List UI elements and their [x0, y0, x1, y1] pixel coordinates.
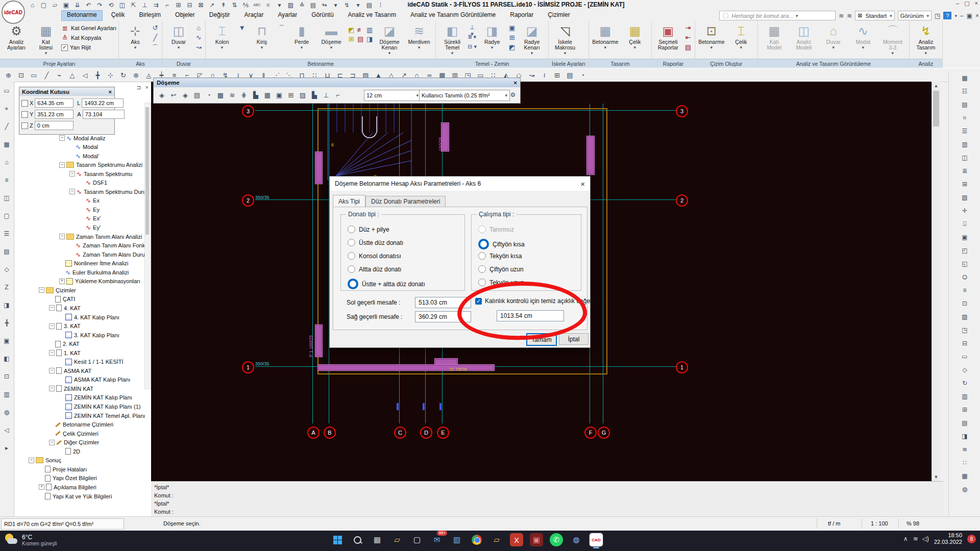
tree-expander[interactable]: + [59, 279, 65, 284]
radio-d-z-pilye[interactable]: Düz + pilye [348, 226, 389, 233]
toolbar-icon[interactable]: ▤ [192, 90, 202, 100]
tree-item[interactable]: −Diğer Çizimler [49, 438, 99, 447]
menu-tab-raporlar[interactable]: Raporlar [504, 10, 539, 21]
toolbar-icon[interactable]: ◍ [1, 407, 12, 417]
toolbar-icon[interactable]: ≙ [297, 1, 307, 9]
toolbar-icon[interactable]: ⊠ [196, 1, 206, 9]
toolbar-icon[interactable]: ⇉ [151, 1, 161, 9]
doc-close-button[interactable]: × [975, 12, 979, 19]
axis-bubble-A[interactable]: A [307, 427, 320, 439]
toolbar-icon[interactable]: ↝ [526, 70, 537, 80]
axis-bubble-2[interactable]: 2 [242, 194, 254, 207]
small-tool-icon[interactable]: ▼ [237, 24, 247, 32]
toolbar-icon[interactable]: ▾ [275, 1, 284, 9]
small-tool-icon[interactable]: ▤ [356, 35, 365, 44]
weather-widget[interactable]: 6°C Kısmen güneşli [4, 533, 57, 547]
toolbar-icon[interactable]: ◔ [577, 70, 588, 80]
coord-checkbox-x[interactable] [21, 100, 28, 107]
style-combo[interactable]: ⊠ Standart ▾ [855, 11, 894, 20]
toolbar-icon[interactable]: ▥ [959, 391, 970, 402]
tree-item[interactable]: Proje Hataları [39, 465, 87, 473]
checkbox-icon[interactable]: ✓ [61, 44, 68, 51]
toolbar-icon[interactable]: ⊕ [131, 70, 141, 80]
dialog-tab-d-z-donat-parametreleri[interactable]: Düz Donatı Parametreleri [365, 196, 446, 208]
tree-item[interactable]: ZEMİN KAT Kalıp Planı [59, 393, 132, 402]
taskbar-icon-folder[interactable]: ▱ [490, 533, 503, 546]
tree-item[interactable]: Nonlineer İtme Analizi [59, 259, 128, 268]
notification-badge[interactable]: 8 [967, 535, 976, 543]
toolbar-icon[interactable]: ≋ [959, 444, 970, 455]
small-tool-icon[interactable]: ◨ [365, 35, 374, 44]
toolbar-icon[interactable]: ⌗ [959, 113, 970, 123]
toolbar-icon[interactable]: ▦ [959, 471, 970, 481]
menu-tab-ara-lar[interactable]: Araçlar [238, 10, 269, 21]
toolbar-icon[interactable]: ⌂ [28, 1, 37, 9]
toolbar-icon[interactable]: ▦ [959, 73, 970, 83]
toolbar-icon[interactable]: ↬ [320, 1, 329, 9]
small-tool-icon[interactable]: ╱ [151, 34, 160, 42]
tree-expander[interactable]: − [49, 323, 55, 329]
menu-tab--elik[interactable]: Çelik [106, 10, 131, 21]
menu-tab-ayarlar[interactable]: Ayarlar [272, 10, 303, 21]
ribbon-button-aks[interactable]: ⊹Aks▾ [121, 22, 150, 51]
tree-item[interactable]: −Çizimler [39, 286, 76, 294]
ribbon-button-d-eme[interactable]: ▬Döşeme▾ [317, 22, 346, 51]
toolbar-icon[interactable]: ≡ [1, 174, 12, 185]
toolbar-icon[interactable]: ◇ [1, 264, 12, 274]
toolbar-icon[interactable]: ◍ [959, 484, 970, 494]
ribbon-small-item[interactable]: ≣Kat Genel Ayarları [61, 24, 116, 32]
taskbar-icon-app-blue[interactable]: ▥ [450, 533, 463, 546]
toolbar-icon[interactable]: ▩ [215, 90, 226, 100]
toolbar-icon[interactable]: ◨ [1, 299, 12, 310]
taskbar-clock[interactable]: 18:50 22.03.2022 [934, 532, 962, 545]
tree-item[interactable]: ∿Ey [80, 205, 100, 214]
tree-item[interactable]: −Tasarım Spektrumu Analizi [59, 161, 142, 169]
coord-value-field2[interactable]: 73.104 [83, 110, 125, 119]
tree-item[interactable]: −1. KAT [49, 348, 81, 357]
small-tool-icon[interactable]: ↺ [151, 24, 160, 32]
small-tool-icon[interactable]: ◩ [507, 43, 517, 52]
taskbar-icon-start[interactable] [331, 533, 344, 546]
ribbon-button-betonarme[interactable]: ⊡Betonarme▾ [697, 22, 726, 51]
dialog-close-button[interactable]: × [580, 180, 585, 188]
tree-expander[interactable]: − [29, 458, 34, 463]
menu-tab-betonarme[interactable]: Betonarme [61, 10, 103, 21]
toolbar-icon[interactable]: ⟲ [106, 1, 116, 9]
toolbar-icon[interactable]: ▙ [251, 90, 261, 100]
toolbar-icon[interactable]: ▤ [364, 1, 374, 9]
toolbar-icon[interactable]: ⊡ [959, 298, 970, 309]
tree-item[interactable]: −3. KAT [49, 322, 81, 331]
small-tool-icon[interactable]: ⊟ ▾ [468, 43, 477, 52]
tree-item[interactable]: −Sonuç [29, 456, 61, 465]
tree-item[interactable]: Betonarme Çizimleri [49, 420, 113, 429]
axis-bubble-1[interactable]: 1 [242, 361, 254, 373]
command-line-area[interactable]: *İptal*Komut :*İptal*Komut : [151, 481, 943, 518]
tree-expander[interactable]: − [59, 162, 65, 168]
chevron-down-icon[interactable]: ▾ [954, 13, 957, 18]
toolbar-icon[interactable]: ⊞ [552, 70, 562, 80]
ok-button[interactable]: Tamam [526, 333, 557, 346]
toolbar-icon[interactable]: ▭ [29, 70, 39, 80]
tray-chevron-icon[interactable]: ∧ [903, 535, 908, 542]
toolbar-icon[interactable]: ↻ [959, 378, 970, 388]
menu-tab-objeler[interactable]: Objeler [169, 10, 201, 21]
toolbar-icon[interactable]: ◳ [959, 325, 970, 335]
axis-bubble-D[interactable]: D [420, 427, 432, 439]
coord-checkbox-y[interactable] [21, 111, 28, 118]
toolbar-icon[interactable]: ▨ [959, 312, 970, 322]
ribbon-button-kiri-[interactable]: ⊓Kiriş▾ [248, 22, 276, 51]
toolbar-icon[interactable]: ⅍ [241, 1, 251, 9]
menu-tab--izimler[interactable]: Çizimler [542, 10, 575, 21]
taskbar-icon-idecad[interactable]: CAD [590, 533, 603, 546]
taskbar-icon-mail[interactable]: ✉99+ [430, 533, 444, 546]
toolbar-icon[interactable]: ▣ [274, 90, 284, 100]
tree-expander[interactable]: − [59, 135, 65, 141]
tree-item[interactable]: +Açıklama Bilgileri [39, 483, 96, 491]
toolbar-icon[interactable]: ◫ [1, 192, 12, 203]
ribbon-button-merdiven[interactable]: ≋Merdiven▾ [405, 22, 433, 51]
tree-item[interactable]: 2. KAT [49, 340, 80, 348]
taskbar-icon-app-white[interactable]: ▢ [410, 533, 424, 546]
gear-icon[interactable]: ⚙ [508, 90, 518, 100]
toolbar-icon[interactable]: ⊟ [185, 1, 194, 9]
tree-item[interactable]: ∿Modal' [69, 152, 99, 160]
